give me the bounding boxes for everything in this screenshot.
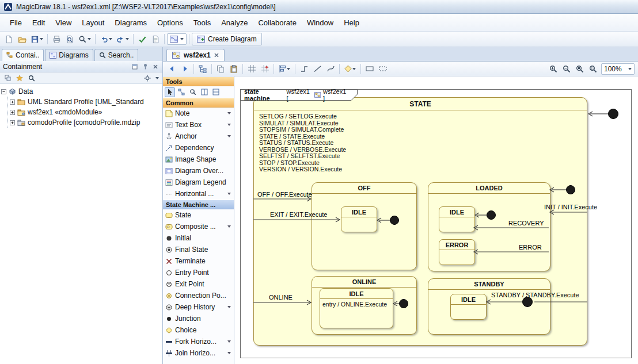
palette-item-state[interactable]: State [163, 209, 234, 221]
palette-item-anchor[interactable]: Anchor [163, 131, 234, 142]
state-LOADED-ERROR[interactable]: ERROR [439, 239, 475, 265]
internal-transition[interactable]: STOPSIM / SIMULAT.Complete [259, 127, 346, 133]
favorites-button[interactable] [16, 74, 24, 82]
palette-item-join-horizontal[interactable]: Join Horizo... [163, 347, 234, 359]
create-diagram-button[interactable]: Create Diagram [192, 33, 262, 45]
menu-diagrams[interactable]: Diagrams [109, 16, 152, 30]
open-project-button[interactable] [16, 33, 28, 45]
transition-label-exit[interactable]: EXIT / EXIT.Execute [270, 211, 327, 218]
line-style-solid-button[interactable] [363, 63, 376, 75]
internal-transition[interactable]: SELFTST / SELFTST.Execute [259, 153, 346, 160]
menu-view[interactable]: View [50, 16, 77, 30]
dropdown-arrow-icon[interactable] [227, 135, 231, 137]
tree-item-comodo-profile[interactable]: comodoProfile [comodoProfile.mdzip [10, 117, 161, 128]
state-LOADED[interactable]: LOADED IDLE ERROR [428, 182, 550, 271]
collapse-all-button[interactable] [3, 74, 12, 82]
palette-item-horizontal-separator[interactable]: Horizontal ... [163, 188, 234, 200]
expand-expander-icon[interactable] [10, 99, 15, 105]
menu-layout[interactable]: Layout [77, 16, 109, 30]
palette-item-initial[interactable]: Initial [163, 232, 234, 244]
menu-tools[interactable]: Tools [188, 16, 216, 30]
dropdown-arrow-icon[interactable] [227, 193, 231, 195]
diagram-canvas[interactable]: state machine wsf2ex1 [ wsf2ex1 ] STATE … [234, 76, 638, 364]
find-button[interactable] [77, 33, 93, 45]
state-STANDBY-IDLE[interactable]: IDLE [450, 294, 487, 320]
line-style-dashed-button[interactable] [377, 63, 389, 75]
tree-item-wsf2ex1[interactable]: wsf2ex1 «cmdoModule» [10, 107, 161, 117]
palette-item-choice[interactable]: Choice [163, 324, 234, 336]
zoom-out-button[interactable] [560, 63, 573, 75]
path-rectilinear-button[interactable] [298, 63, 310, 75]
tab-search[interactable]: Search.. [94, 49, 139, 61]
palette-item-image-shape[interactable]: Image Shape [163, 154, 234, 165]
palette-section-tools[interactable]: Tools [163, 76, 234, 86]
collapse-expander-icon[interactable] [1, 89, 6, 94]
internal-transition[interactable]: SETLOG / SETLOG.Execute [259, 113, 346, 120]
palette-section-state-machine[interactable]: State Machine ... [163, 200, 234, 209]
zoom-fit-button[interactable] [574, 63, 586, 75]
menu-window[interactable]: Window [302, 16, 339, 30]
transition-label-error[interactable]: ERROR [519, 244, 542, 251]
palette-section-common[interactable]: Common [163, 98, 234, 108]
transition-label-standby[interactable]: STANDBY / STANDBY.Execute [491, 292, 579, 298]
state-ONLINE-IDLE[interactable]: IDLE entry / ONLINE.Execute [320, 288, 393, 328]
print-button[interactable] [50, 33, 63, 45]
close-tab-icon[interactable] [214, 53, 219, 58]
save-project-button[interactable] [29, 33, 45, 45]
tree-item-uml-profile[interactable]: UML Standard Profile [UML_Standard [10, 97, 161, 107]
zoom-in-button[interactable] [547, 63, 560, 75]
internal-transition[interactable]: STATUS / STATUS.Execute [259, 140, 346, 147]
diagram-tab-wsf2ex1[interactable]: wsf2ex1 [166, 49, 225, 61]
palette-item-fork-horizontal[interactable]: Fork Horizo... [163, 336, 234, 347]
palette-item-connection-point[interactable]: Connection Po... [163, 290, 234, 301]
dock-panel-button[interactable] [131, 63, 139, 71]
diagram-type-combo[interactable] [167, 33, 187, 45]
expand-expander-icon[interactable] [10, 120, 15, 125]
title-bar[interactable]: MagicDraw 18.1 - wsf2ex1.xml [Z:\WSF2-VL… [0, 0, 638, 14]
check-syntax-button[interactable] [136, 33, 149, 45]
undo-button[interactable] [98, 33, 114, 45]
diagram-frame-label[interactable]: state machine wsf2ex1 [ wsf2ex1 ] [240, 89, 358, 101]
state-ONLINE[interactable]: ONLINE IDLE entry / ONLINE.Execute [312, 276, 417, 335]
palette-item-junction[interactable]: Junction [163, 313, 234, 324]
menu-help[interactable]: Help [339, 16, 364, 30]
dropdown-arrow-icon[interactable] [155, 77, 159, 79]
path-oblique-button[interactable] [311, 63, 324, 75]
zoom-selection-button[interactable] [587, 63, 599, 75]
pin-panel-button[interactable] [141, 63, 149, 71]
palette-item-exit-point[interactable]: Exit Point [163, 278, 234, 290]
select-tool-button[interactable] [165, 87, 175, 97]
back-button[interactable] [165, 63, 178, 75]
spelling-button[interactable] [149, 33, 162, 45]
quick-search-button[interactable] [28, 74, 36, 82]
shapes-button[interactable] [342, 63, 358, 75]
palette-item-diagram-overview[interactable]: Diagram Over... [163, 165, 234, 177]
palette-item-terminate[interactable]: Terminate [163, 255, 234, 267]
palette-item-note[interactable]: Note [163, 108, 234, 119]
palette-item-composite-state[interactable]: Composite ... [163, 221, 234, 232]
paste-button[interactable] [227, 63, 240, 75]
horizontal-swimlane-tool-button[interactable] [211, 87, 221, 97]
new-project-button[interactable] [2, 33, 15, 45]
dropdown-arrow-icon[interactable] [227, 112, 231, 114]
state-STANDBY[interactable]: STANDBY IDLE [428, 278, 550, 335]
dropdown-arrow-icon[interactable] [227, 225, 231, 228]
path-bezier-button[interactable] [324, 63, 337, 75]
show-grid-button[interactable] [245, 63, 258, 75]
palette-item-dependency[interactable]: Dependency [163, 142, 234, 154]
print-preview-button[interactable] [63, 33, 76, 45]
palette-item-entry-point[interactable]: Entry Point [163, 267, 234, 278]
tree-item-data[interactable]: Data [1, 86, 161, 97]
state-OFF-IDLE[interactable]: IDLE [341, 206, 377, 232]
vertical-swimlane-tool-button[interactable] [199, 87, 210, 97]
forward-button[interactable] [179, 63, 191, 75]
menu-collaborate[interactable]: Collaborate [253, 16, 302, 30]
dropdown-arrow-icon[interactable] [227, 340, 231, 343]
state-LOADED-IDLE[interactable]: IDLE [439, 206, 475, 232]
internal-transition[interactable]: VERSION / VERSION.Execute [259, 166, 346, 173]
dropdown-arrow-icon[interactable] [227, 352, 231, 354]
transition-label-online[interactable]: ONLINE [269, 294, 293, 301]
menu-analyze[interactable]: Analyze [216, 16, 253, 30]
snap-to-grid-button[interactable] [259, 63, 271, 75]
menu-edit[interactable]: Edit [27, 16, 50, 30]
